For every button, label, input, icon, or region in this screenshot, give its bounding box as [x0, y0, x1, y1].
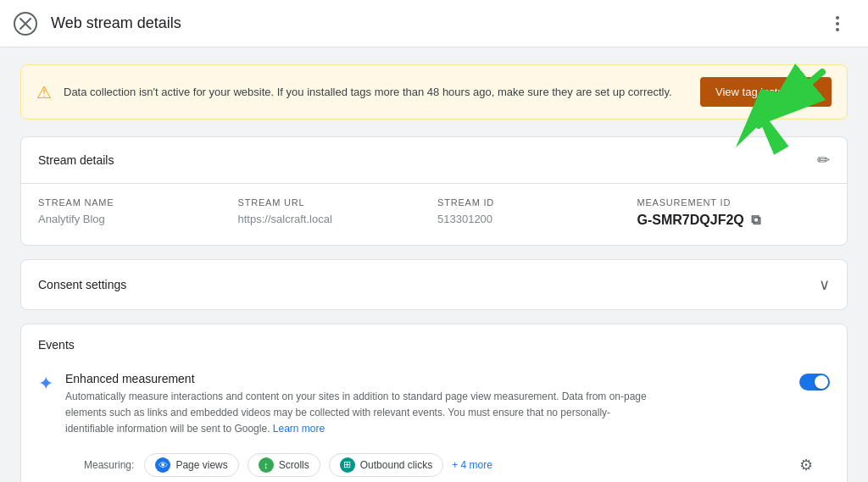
measurement-id-value: G-SMR7DQJF2Q ⧉	[637, 213, 831, 228]
edit-stream-icon[interactable]: ✏	[817, 151, 830, 169]
measurement-id-label: MEASUREMENT ID	[637, 197, 831, 208]
consent-settings-card: Consent settings ∨	[20, 259, 848, 310]
warning-banner: ⚠ Data collection isn't active for your …	[20, 64, 848, 119]
measuring-row: Measuring: 👁 Page views ↕ Scrolls ⊞ Outb…	[38, 445, 830, 482]
consent-settings-title: Consent settings	[38, 278, 126, 291]
stream-url-field: STREAM URL https://salcraft.local	[238, 197, 431, 228]
stream-details-card: Stream details ✏ STREAM NAME Analytify B…	[20, 136, 848, 246]
stream-url-value: https://salcraft.local	[238, 213, 431, 225]
sparkle-icon: ✦	[38, 373, 53, 395]
stream-id-value: 513301200	[437, 213, 631, 225]
warning-text: Data collection isn't active for your we…	[64, 84, 688, 101]
page-views-badge: 👁 Page views	[144, 453, 238, 477]
enhanced-measurement-section: ✦ Enhanced measurement Automatically mea…	[21, 360, 847, 482]
enhanced-measurement-toggle[interactable]	[799, 374, 830, 393]
consent-chevron-down-icon: ∨	[819, 275, 830, 294]
enhanced-measurement-content: Enhanced measurement Automatically measu…	[65, 372, 787, 438]
outbound-clicks-label: Outbound clicks	[360, 459, 432, 471]
enhanced-learn-more-link[interactable]: Learn more	[273, 423, 325, 435]
toggle-switch[interactable]	[799, 374, 830, 391]
events-card: Events ✦ Enhanced measurement Automatica…	[20, 324, 848, 482]
page-title: Web stream details	[51, 14, 821, 32]
stream-id-label: STREAM ID	[437, 197, 631, 208]
measurement-id-field: MEASUREMENT ID G-SMR7DQJF2Q ⧉	[637, 197, 831, 228]
scrolls-icon: ↕	[259, 457, 274, 473]
more-events-link[interactable]: + 4 more	[452, 459, 492, 471]
copy-measurement-id-button[interactable]: ⧉	[751, 213, 760, 228]
enhanced-measurement-top: ✦ Enhanced measurement Automatically mea…	[38, 372, 830, 438]
enhanced-measurement-description: Automatically measure interactions and c…	[65, 389, 659, 438]
stream-name-label: STREAM NAME	[38, 197, 231, 208]
page-views-icon: 👁	[155, 457, 170, 473]
measuring-label: Measuring:	[84, 459, 134, 471]
svg-point-1	[836, 22, 839, 25]
page-views-label: Page views	[175, 459, 227, 471]
stream-details-grid: STREAM NAME Analytify Blog STREAM URL ht…	[21, 184, 847, 245]
toggle-thumb	[815, 375, 828, 389]
stream-url-label: STREAM URL	[238, 197, 431, 208]
enhanced-measurement-title: Enhanced measurement	[65, 372, 787, 385]
stream-id-field: STREAM ID 513301200	[437, 197, 631, 228]
warning-icon: ⚠	[36, 82, 52, 102]
view-tag-instructions-button[interactable]: View tag instructions	[700, 77, 832, 107]
measurement-settings-gear-icon[interactable]: ⚙	[799, 456, 813, 474]
svg-point-2	[836, 28, 839, 31]
svg-point-0	[836, 16, 839, 19]
outbound-clicks-icon: ⊞	[340, 457, 355, 473]
scrolls-badge: ↕ Scrolls	[248, 453, 320, 477]
more-options-button[interactable]	[821, 7, 854, 41]
page-header: Web stream details	[0, 0, 868, 47]
stream-details-title: Stream details	[38, 153, 114, 167]
consent-settings-header[interactable]: Consent settings ∨	[21, 260, 847, 309]
main-content: ⚠ Data collection isn't active for your …	[0, 47, 868, 482]
scrolls-label: Scrolls	[279, 459, 309, 471]
outbound-clicks-badge: ⊞ Outbound clicks	[329, 453, 443, 477]
close-button[interactable]	[14, 12, 37, 36]
stream-details-header: Stream details ✏	[21, 137, 847, 184]
stream-name-value: Analytify Blog	[38, 213, 231, 225]
stream-name-field: STREAM NAME Analytify Blog	[38, 197, 231, 228]
events-section-title: Events	[21, 324, 847, 360]
